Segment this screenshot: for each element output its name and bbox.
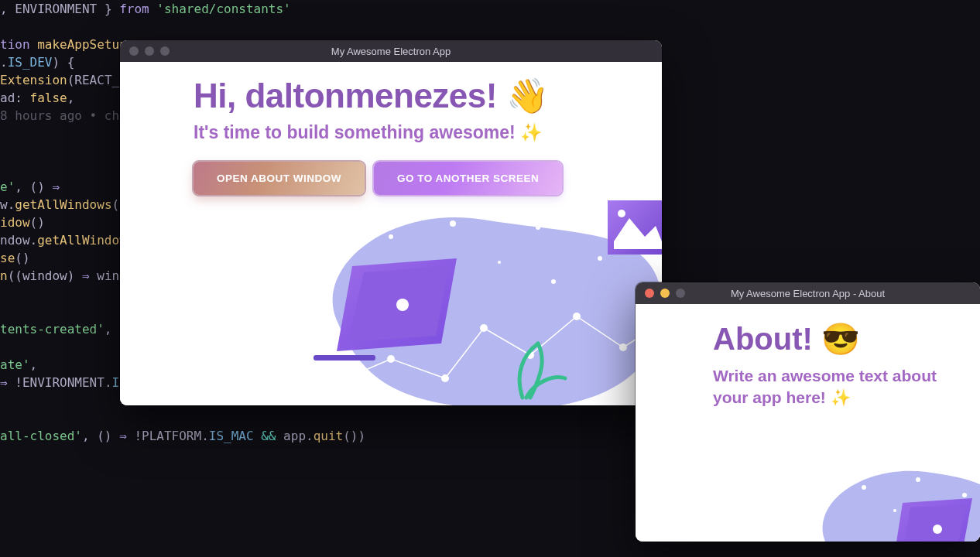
svg-point-12 [573, 313, 581, 320]
minimize-icon[interactable] [660, 289, 670, 298]
svg-point-25 [893, 509, 896, 512]
about-body: Write an awesome text about your app her… [713, 365, 945, 409]
traffic-lights [120, 46, 170, 56]
svg-point-3 [598, 256, 602, 261]
svg-point-18 [396, 299, 409, 311]
svg-point-8 [387, 355, 395, 363]
window-about-content: About! 😎 Write an awesome text about you… [636, 304, 980, 542]
svg-point-4 [551, 279, 556, 284]
svg-point-22 [862, 485, 866, 490]
illustration-about [810, 449, 980, 542]
close-icon[interactable] [645, 289, 654, 298]
svg-point-7 [333, 378, 341, 386]
svg-point-10 [480, 324, 488, 332]
minimize-icon[interactable] [145, 46, 154, 56]
traffic-lights [636, 289, 685, 298]
svg-point-2 [536, 225, 540, 230]
svg-marker-27 [903, 504, 966, 542]
svg-point-5 [498, 261, 501, 264]
close-icon[interactable] [129, 46, 139, 56]
svg-rect-15 [314, 355, 375, 361]
svg-point-9 [441, 374, 449, 382]
svg-point-28 [933, 525, 942, 534]
svg-point-24 [962, 493, 967, 497]
window-title: My Awesome Electron App [120, 46, 662, 57]
svg-point-13 [619, 343, 627, 351]
window-title: My Awesome Electron App - About [636, 288, 980, 299]
window-main[interactable]: My Awesome Electron App Hi, daltonmeneze… [120, 40, 662, 405]
main-subheading: It's time to build something awesome! ✨ [194, 122, 639, 143]
illustration-main [267, 181, 662, 405]
main-heading: Hi, daltonmenezes! 👋 [194, 76, 639, 116]
zoom-icon[interactable] [676, 289, 685, 298]
titlebar-about[interactable]: My Awesome Electron App - About [636, 282, 980, 304]
svg-point-23 [916, 477, 920, 482]
svg-point-0 [389, 234, 393, 239]
svg-point-1 [450, 220, 456, 227]
zoom-icon[interactable] [160, 46, 170, 56]
svg-point-21 [618, 210, 625, 217]
window-about[interactable]: My Awesome Electron App - About About! 😎… [636, 282, 980, 542]
about-heading: About! 😎 [713, 321, 980, 357]
window-main-content: Hi, daltonmenezes! 👋 It's time to build … [120, 62, 662, 405]
titlebar-main[interactable]: My Awesome Electron App [120, 40, 662, 62]
